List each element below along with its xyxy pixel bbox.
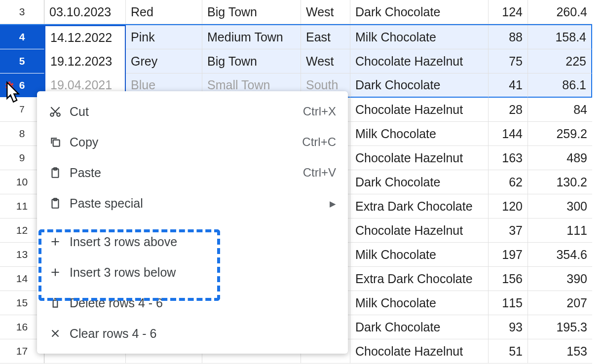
svg-point-1 xyxy=(57,113,60,116)
cell-town[interactable]: Medium Town xyxy=(202,25,301,49)
cell-qty[interactable]: 88 xyxy=(489,25,528,49)
row-header-4[interactable]: 4 xyxy=(0,25,44,49)
cell-value[interactable]: 489 xyxy=(528,146,592,170)
menu-item-paste[interactable]: Paste Ctrl+V xyxy=(37,157,348,188)
cell-town[interactable]: Big Town xyxy=(202,49,301,73)
menu-label: Copy xyxy=(70,135,302,149)
cell-town[interactable]: Big Town xyxy=(202,0,301,24)
cell-qty[interactable]: 62 xyxy=(489,170,528,194)
cell-qty[interactable]: 144 xyxy=(489,122,528,146)
menu-item-insert-rows-above[interactable]: Insert 3 rows above xyxy=(37,226,348,257)
cell-product[interactable]: Milk Chocolate xyxy=(350,25,489,49)
svg-rect-2 xyxy=(53,140,60,146)
cell-product[interactable]: Chocolate Hazelnut xyxy=(350,339,489,364)
menu-label: Clear rows 4 - 6 xyxy=(70,327,336,341)
svg-point-0 xyxy=(50,113,54,116)
cell-product[interactable]: Extra Dark Chocolate xyxy=(350,267,489,291)
row-header-3[interactable]: 3 xyxy=(0,0,44,24)
menu-item-clear-rows[interactable]: Clear rows 4 - 6 xyxy=(37,318,348,349)
cell-product[interactable]: Dark Chocolate xyxy=(350,0,489,24)
cell-qty[interactable]: 124 xyxy=(489,0,528,24)
cell-value[interactable]: 158.4 xyxy=(528,25,592,49)
cell-product[interactable]: Milk Chocolate xyxy=(350,291,489,315)
cell-product[interactable]: Chocolate Hazelnut xyxy=(350,146,489,170)
cell-product[interactable]: Extra Dark Chocolate xyxy=(350,194,489,218)
menu-label: Paste xyxy=(70,166,303,180)
menu-item-cut[interactable]: Cut Ctrl+X xyxy=(37,96,348,127)
trash-icon xyxy=(49,296,70,309)
cell-qty[interactable]: 37 xyxy=(489,218,528,243)
cell-product[interactable]: Chocolate Hazelnut xyxy=(350,49,489,73)
cell-date[interactable]: 03.10.2023 xyxy=(44,0,126,24)
click-indicator-icon: ✱ xyxy=(5,80,14,93)
menu-label: Cut xyxy=(70,105,303,119)
cell-qty[interactable]: 115 xyxy=(489,291,528,315)
cell-qty[interactable]: 75 xyxy=(489,49,528,73)
paste-special-icon xyxy=(49,197,70,210)
cell-value[interactable]: 195.3 xyxy=(528,315,592,339)
cell-value[interactable]: 86.1 xyxy=(528,73,592,98)
menu-shortcut: Ctrl+V xyxy=(303,166,336,180)
cell-color[interactable]: Red xyxy=(126,0,202,24)
cell-color[interactable]: Pink xyxy=(126,25,202,49)
menu-label: Insert 3 rows above xyxy=(70,235,336,249)
cell-product[interactable]: Milk Chocolate xyxy=(350,122,489,146)
cell-value[interactable]: 207 xyxy=(528,291,592,315)
submenu-arrow-icon: ▸ xyxy=(330,196,336,211)
menu-item-insert-rows-below[interactable]: Insert 3 rows below xyxy=(37,257,348,288)
menu-label: Insert 3 rows below xyxy=(70,265,336,280)
cell-qty[interactable]: 120 xyxy=(489,194,528,218)
cell-value[interactable]: 130.2 xyxy=(528,170,592,194)
cell-value[interactable]: 84 xyxy=(528,98,592,122)
cell-color[interactable]: Grey xyxy=(126,49,202,73)
cell-qty[interactable]: 28 xyxy=(489,98,528,122)
plus-icon xyxy=(49,235,70,248)
cell-product[interactable]: Milk Chocolate xyxy=(350,243,489,267)
cell-product[interactable]: Dark Chocolate xyxy=(350,170,489,194)
cell-value[interactable]: 390 xyxy=(528,267,592,291)
cell-value[interactable]: 354.6 xyxy=(528,243,592,267)
context-menu: Cut Ctrl+X Copy Ctrl+C Paste Ctrl+V Past… xyxy=(37,91,348,354)
cell-qty[interactable]: 41 xyxy=(489,73,528,98)
cell-qty[interactable]: 197 xyxy=(489,243,528,267)
cell-dir[interactable]: West xyxy=(301,49,350,73)
cut-icon xyxy=(49,105,70,118)
cell-qty[interactable]: 51 xyxy=(489,339,528,364)
menu-shortcut: Ctrl+X xyxy=(303,105,336,118)
menu-label: Delete rows 4 - 6 xyxy=(70,296,336,310)
cell-product[interactable]: Dark Chocolate xyxy=(350,73,489,98)
paste-icon xyxy=(49,166,70,179)
plus-icon xyxy=(49,266,70,279)
row-header-5[interactable]: 5 xyxy=(0,49,44,73)
cell-dir[interactable]: East xyxy=(301,25,350,49)
copy-icon xyxy=(49,136,70,148)
cell-product[interactable]: Chocolate Hazelnut xyxy=(350,98,489,122)
menu-item-paste-special[interactable]: Paste special ▸ xyxy=(37,188,348,218)
close-icon xyxy=(49,327,70,340)
cell-value[interactable]: 300 xyxy=(528,194,592,218)
menu-label: Paste special xyxy=(70,196,330,211)
cell-dir[interactable]: West xyxy=(301,0,350,24)
cell-value[interactable]: 111 xyxy=(528,218,592,243)
cell-qty[interactable]: 93 xyxy=(489,315,528,339)
cell-date[interactable]: 14.12.2022 xyxy=(44,25,126,49)
menu-item-delete-rows[interactable]: Delete rows 4 - 6 xyxy=(37,288,348,318)
cell-product[interactable]: Chocolate Hazelnut xyxy=(350,218,489,243)
cell-value[interactable]: 259.2 xyxy=(528,122,592,146)
cell-value[interactable]: 153 xyxy=(528,339,592,364)
cell-product[interactable]: Dark Chocolate xyxy=(350,315,489,339)
cell-qty[interactable]: 156 xyxy=(489,267,528,291)
menu-item-copy[interactable]: Copy Ctrl+C xyxy=(37,127,348,157)
cell-qty[interactable]: 163 xyxy=(489,146,528,170)
cell-date[interactable]: 19.12.2023 xyxy=(44,49,126,73)
cell-value[interactable]: 260.4 xyxy=(528,0,592,24)
cell-value[interactable]: 225 xyxy=(528,49,592,73)
menu-shortcut: Ctrl+C xyxy=(302,135,336,149)
